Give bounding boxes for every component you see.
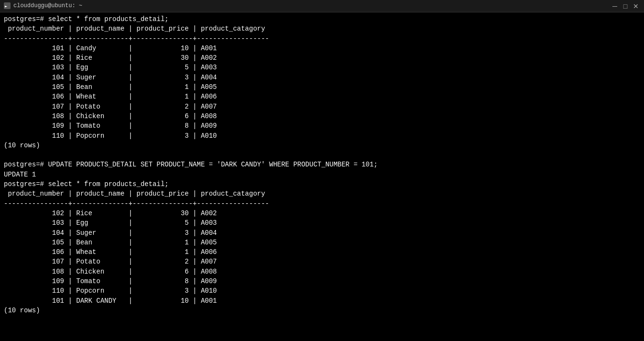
- title-bar: ► cloudduggu@ubuntu: ~ ─ □ ✕: [0, 0, 644, 12]
- close-button[interactable]: ✕: [632, 2, 640, 11]
- terminal-icon: ►: [4, 2, 11, 9]
- window-controls: ─ □ ✕: [611, 2, 640, 11]
- svg-text:►: ►: [5, 4, 8, 9]
- terminal-window: ► cloudduggu@ubuntu: ~ ─ □ ✕ postgres=# …: [0, 0, 644, 341]
- minimize-button[interactable]: ─: [611, 2, 619, 11]
- terminal-output[interactable]: postgres=# select * from products_detail…: [0, 12, 644, 341]
- maximize-button[interactable]: □: [621, 2, 630, 11]
- window-title: cloudduggu@ubuntu: ~: [13, 2, 82, 10]
- title-bar-left: ► cloudduggu@ubuntu: ~: [4, 2, 82, 10]
